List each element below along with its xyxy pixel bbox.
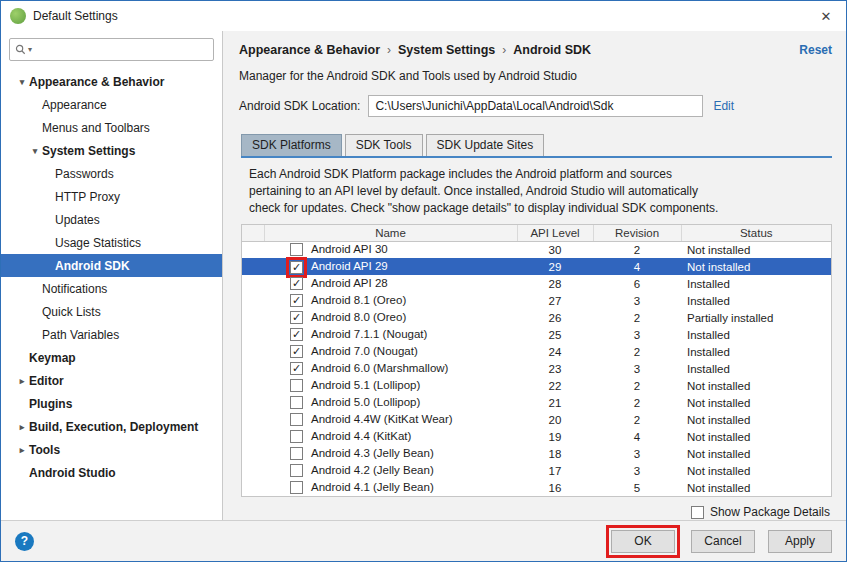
help-icon[interactable]: ?	[15, 532, 34, 551]
table-row-android-api-28[interactable]: ✓Android API 28286Installed	[242, 275, 831, 292]
sidebar-item-label: System Settings	[42, 144, 135, 158]
android-sdk-panel: Appearance & Behavior › System Settings …	[223, 31, 846, 520]
row-expander-cell	[242, 275, 264, 292]
table-row-android-8-0-oreo[interactable]: ✓Android 8.0 (Oreo)262Partially installe…	[242, 309, 831, 326]
table-row-android-4-3-jelly-bean[interactable]: Android 4.3 (Jelly Bean)183Not installed	[242, 445, 831, 462]
table-row-android-5-1-lollipop[interactable]: Android 5.1 (Lollipop)222Not installed	[242, 377, 831, 394]
checkbox-checked-icon[interactable]: ✓	[290, 294, 303, 307]
edit-link[interactable]: Edit	[713, 99, 734, 113]
sidebar-item-android-studio[interactable]: Android Studio	[1, 461, 222, 484]
checkbox-unchecked-icon[interactable]	[290, 481, 303, 494]
close-icon[interactable]: ✕	[806, 1, 846, 31]
sidebar-item-plugins[interactable]: Plugins	[1, 392, 222, 415]
table-row-android-api-29[interactable]: ✓Android API 29294Not installed	[242, 258, 831, 275]
checkbox-unchecked-icon[interactable]	[290, 396, 303, 409]
checkbox-checked-icon[interactable]: ✓	[290, 362, 303, 375]
table-row-android-4-1-jelly-bean[interactable]: Android 4.1 (Jelly Bean)165Not installed	[242, 479, 831, 496]
sidebar-item-menus-and-toolbars[interactable]: Menus and Toolbars	[1, 116, 222, 139]
checkbox-checked-icon[interactable]: ✓	[290, 345, 303, 358]
checkbox-unchecked-icon[interactable]	[290, 379, 303, 392]
checkbox-unchecked-icon[interactable]	[290, 464, 303, 477]
checkbox-unchecked-icon[interactable]	[290, 413, 303, 426]
ok-button[interactable]: OK	[611, 530, 675, 553]
row-expander-cell	[242, 292, 264, 309]
android-studio-icon	[10, 8, 26, 24]
chevron-right-icon[interactable]: ▸	[15, 376, 29, 386]
row-expander-cell	[242, 241, 264, 258]
chevron-right-icon[interactable]: ▸	[15, 422, 29, 432]
checkbox-checked-icon[interactable]: ✓	[290, 261, 303, 274]
sdk-location-input[interactable]	[368, 95, 703, 117]
chevron-down-icon[interactable]: ▾	[28, 146, 42, 156]
api-level-cell: 24	[517, 343, 593, 360]
sidebar-item-http-proxy[interactable]: HTTP Proxy	[1, 185, 222, 208]
table-row-android-8-1-oreo[interactable]: ✓Android 8.1 (Oreo)273Installed	[242, 292, 831, 309]
reset-link[interactable]: Reset	[799, 43, 832, 57]
tab-sdk-tools[interactable]: SDK Tools	[345, 134, 423, 156]
table-row-android-4-2-jelly-bean[interactable]: Android 4.2 (Jelly Bean)173Not installed	[242, 462, 831, 479]
tab-sdk-platforms[interactable]: SDK Platforms	[241, 134, 342, 156]
table-row-android-api-30[interactable]: Android API 30302Not installed	[242, 241, 831, 258]
breadcrumb-appearance-behavior[interactable]: Appearance & Behavior	[239, 43, 380, 57]
sidebar-item-updates[interactable]: Updates	[1, 208, 222, 231]
api-level-cell: 16	[517, 479, 593, 496]
checkbox-unchecked-icon[interactable]	[290, 430, 303, 443]
sidebar-item-appearance[interactable]: Appearance	[1, 93, 222, 116]
package-name-label: Android 7.0 (Nougat)	[311, 345, 418, 357]
status-cell: Installed	[681, 360, 831, 377]
default-settings-dialog: Default Settings ✕ ▾ ▾Appearance & Behav…	[0, 0, 847, 562]
tab-sdk-update-sites[interactable]: SDK Update Sites	[426, 134, 545, 156]
table-row-android-4-4w-kitkat-wear[interactable]: Android 4.4W (KitKat Wear)202Not install…	[242, 411, 831, 428]
revision-cell: 3	[593, 462, 681, 479]
cancel-button[interactable]: Cancel	[691, 530, 755, 553]
table-row-android-6-0-marshmallow[interactable]: ✓Android 6.0 (Marshmallow)233Installed	[242, 360, 831, 377]
chevron-right-icon[interactable]: ▸	[15, 445, 29, 455]
chevron-down-icon[interactable]: ▾	[15, 77, 29, 87]
column-header-api-level[interactable]: API Level	[517, 225, 593, 241]
sdk-manager-description: Manager for the Android SDK and Tools us…	[239, 69, 832, 83]
table-row-android-4-4-kitkat[interactable]: Android 4.4 (KitKat)194Not installed	[242, 428, 831, 445]
table-row-android-5-0-lollipop[interactable]: Android 5.0 (Lollipop)212Not installed	[242, 394, 831, 411]
status-cell: Installed	[681, 343, 831, 360]
row-expander-cell	[242, 360, 264, 377]
sidebar-item-passwords[interactable]: Passwords	[1, 162, 222, 185]
sidebar-item-notifications[interactable]: Notifications	[1, 277, 222, 300]
sidebar-item-tools[interactable]: ▸Tools	[1, 438, 222, 461]
annotation-red-box-ok: OK	[606, 525, 680, 558]
checkbox-checked-icon[interactable]: ✓	[290, 328, 303, 341]
checkbox-checked-icon[interactable]: ✓	[290, 311, 303, 324]
sidebar-item-appearance-behavior[interactable]: ▾Appearance & Behavior	[1, 70, 222, 93]
table-row-android-7-0-nougat[interactable]: ✓Android 7.0 (Nougat)242Installed	[242, 343, 831, 360]
status-cell: Not installed	[681, 394, 831, 411]
show-package-details-checkbox[interactable]	[691, 506, 704, 519]
breadcrumb-system-settings[interactable]: System Settings	[398, 43, 495, 57]
column-header-revision[interactable]: Revision	[593, 225, 681, 241]
sidebar-item-quick-lists[interactable]: Quick Lists	[1, 300, 222, 323]
sidebar-item-usage-statistics[interactable]: Usage Statistics	[1, 231, 222, 254]
sidebar-item-android-sdk[interactable]: Android SDK	[1, 254, 222, 277]
sidebar-item-system-settings[interactable]: ▾System Settings	[1, 139, 222, 162]
search-options-caret-icon[interactable]: ▾	[28, 45, 32, 54]
sidebar-item-build-execution-deployment[interactable]: ▸Build, Execution, Deployment	[1, 415, 222, 438]
sdk-tabs: SDK Platforms SDK Tools SDK Update Sites	[241, 134, 832, 158]
row-expander-cell	[242, 479, 264, 496]
sidebar-item-keymap[interactable]: Keymap	[1, 346, 222, 369]
checkbox-checked-icon[interactable]: ✓	[290, 277, 303, 290]
sidebar-item-editor[interactable]: ▸Editor	[1, 369, 222, 392]
column-header-name[interactable]: Name	[264, 225, 517, 241]
sidebar-item-label: Build, Execution, Deployment	[29, 420, 198, 434]
checkbox-unchecked-icon[interactable]	[290, 447, 303, 460]
settings-search-box[interactable]: ▾	[9, 38, 214, 61]
sidebar-item-label: Editor	[29, 374, 64, 388]
api-level-cell: 23	[517, 360, 593, 377]
table-row-android-7-1-1-nougat[interactable]: ✓Android 7.1.1 (Nougat)253Installed	[242, 326, 831, 343]
row-expander-cell	[242, 326, 264, 343]
status-cell: Not installed	[681, 479, 831, 496]
search-input[interactable]	[34, 43, 208, 57]
apply-button[interactable]: Apply	[768, 530, 832, 553]
sidebar-item-path-variables[interactable]: Path Variables	[1, 323, 222, 346]
column-header-status[interactable]: Status	[681, 225, 831, 241]
revision-cell: 2	[593, 411, 681, 428]
checkbox-unchecked-icon[interactable]	[290, 243, 303, 256]
api-level-cell: 22	[517, 377, 593, 394]
